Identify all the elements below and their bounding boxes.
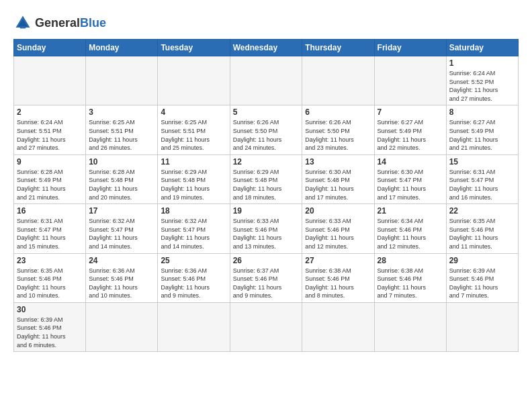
calendar-cell: 13Sunrise: 6:30 AM Sunset: 5:48 PM Dayli…	[302, 154, 374, 203]
day-info: Sunrise: 6:33 AM Sunset: 5:46 PM Dayligh…	[233, 217, 300, 250]
day-number: 6	[305, 107, 371, 117]
calendar-cell: 18Sunrise: 6:32 AM Sunset: 5:47 PM Dayli…	[158, 204, 230, 253]
calendar-cell: 30Sunrise: 6:39 AM Sunset: 5:46 PM Dayli…	[14, 302, 86, 351]
calendar-cell: 24Sunrise: 6:36 AM Sunset: 5:46 PM Dayli…	[86, 253, 158, 302]
day-number: 29	[449, 256, 515, 265]
calendar-cell: 7Sunrise: 6:27 AM Sunset: 5:49 PM Daylig…	[374, 105, 446, 154]
day-info: Sunrise: 6:26 AM Sunset: 5:50 PM Dayligh…	[233, 118, 300, 152]
calendar-cell: 11Sunrise: 6:29 AM Sunset: 5:48 PM Dayli…	[158, 154, 230, 203]
day-info: Sunrise: 6:34 AM Sunset: 5:46 PM Dayligh…	[378, 217, 443, 250]
page-header: GeneralBlue	[13, 13, 519, 32]
day-info: Sunrise: 6:30 AM Sunset: 5:48 PM Dayligh…	[305, 168, 371, 201]
calendar-cell: 28Sunrise: 6:38 AM Sunset: 5:46 PM Dayli…	[374, 253, 446, 302]
day-info: Sunrise: 6:38 AM Sunset: 5:46 PM Dayligh…	[305, 267, 371, 300]
day-number: 9	[17, 157, 83, 167]
day-number: 24	[89, 256, 154, 265]
day-info: Sunrise: 6:29 AM Sunset: 5:48 PM Dayligh…	[161, 168, 226, 201]
day-info: Sunrise: 6:29 AM Sunset: 5:48 PM Dayligh…	[233, 168, 300, 201]
weekday-header-sunday: Sunday	[14, 40, 86, 56]
day-info: Sunrise: 6:27 AM Sunset: 5:49 PM Dayligh…	[378, 118, 443, 152]
calendar-cell: 21Sunrise: 6:34 AM Sunset: 5:46 PM Dayli…	[374, 204, 446, 253]
day-info: Sunrise: 6:37 AM Sunset: 5:46 PM Dayligh…	[233, 267, 300, 300]
weekday-header-wednesday: Wednesday	[230, 40, 302, 56]
calendar-cell	[230, 56, 302, 105]
day-number: 23	[17, 256, 83, 265]
calendar-cell	[230, 302, 302, 351]
calendar-cell: 4Sunrise: 6:25 AM Sunset: 5:51 PM Daylig…	[158, 105, 230, 154]
calendar-cell	[86, 302, 158, 351]
day-number: 7	[378, 107, 443, 117]
day-info: Sunrise: 6:39 AM Sunset: 5:46 PM Dayligh…	[449, 267, 515, 300]
day-info: Sunrise: 6:28 AM Sunset: 5:49 PM Dayligh…	[17, 168, 83, 201]
day-info: Sunrise: 6:36 AM Sunset: 5:46 PM Dayligh…	[89, 267, 154, 300]
weekday-header-saturday: Saturday	[446, 40, 518, 56]
day-number: 21	[378, 206, 443, 216]
weekday-header-monday: Monday	[86, 40, 158, 56]
logo-text: GeneralBlue	[35, 16, 106, 30]
svg-rect-2	[20, 27, 26, 29]
calendar-cell: 19Sunrise: 6:33 AM Sunset: 5:46 PM Dayli…	[230, 204, 302, 253]
day-info: Sunrise: 6:32 AM Sunset: 5:47 PM Dayligh…	[89, 217, 154, 250]
day-info: Sunrise: 6:35 AM Sunset: 5:46 PM Dayligh…	[449, 217, 515, 250]
day-number: 17	[89, 206, 154, 216]
calendar-cell	[302, 302, 374, 351]
day-number: 25	[161, 256, 226, 265]
day-info: Sunrise: 6:24 AM Sunset: 5:51 PM Dayligh…	[17, 118, 83, 152]
day-number: 30	[17, 305, 83, 314]
day-number: 28	[378, 256, 443, 265]
day-number: 10	[89, 157, 154, 167]
day-info: Sunrise: 6:25 AM Sunset: 5:51 PM Dayligh…	[89, 118, 154, 152]
day-number: 5	[233, 107, 300, 117]
calendar-cell	[14, 56, 86, 105]
calendar-cell: 10Sunrise: 6:28 AM Sunset: 5:48 PM Dayli…	[86, 154, 158, 203]
day-info: Sunrise: 6:24 AM Sunset: 5:52 PM Dayligh…	[449, 69, 515, 103]
calendar-cell: 25Sunrise: 6:36 AM Sunset: 5:46 PM Dayli…	[158, 253, 230, 302]
calendar-cell: 8Sunrise: 6:27 AM Sunset: 5:49 PM Daylig…	[446, 105, 518, 154]
day-info: Sunrise: 6:35 AM Sunset: 5:46 PM Dayligh…	[17, 267, 83, 300]
day-number: 12	[233, 157, 300, 167]
calendar-cell: 23Sunrise: 6:35 AM Sunset: 5:46 PM Dayli…	[14, 253, 86, 302]
day-number: 1	[449, 58, 515, 68]
calendar-cell	[446, 302, 518, 351]
day-number: 22	[449, 206, 515, 216]
calendar-cell: 3Sunrise: 6:25 AM Sunset: 5:51 PM Daylig…	[86, 105, 158, 154]
day-info: Sunrise: 6:28 AM Sunset: 5:48 PM Dayligh…	[89, 168, 154, 201]
calendar-cell: 17Sunrise: 6:32 AM Sunset: 5:47 PM Dayli…	[86, 204, 158, 253]
calendar-cell: 6Sunrise: 6:26 AM Sunset: 5:50 PM Daylig…	[302, 105, 374, 154]
weekday-header-friday: Friday	[374, 40, 446, 56]
calendar-cell: 12Sunrise: 6:29 AM Sunset: 5:48 PM Dayli…	[230, 154, 302, 203]
calendar-cell: 22Sunrise: 6:35 AM Sunset: 5:46 PM Dayli…	[446, 204, 518, 253]
day-number: 20	[305, 206, 371, 216]
day-number: 15	[449, 157, 515, 167]
calendar-cell	[158, 56, 230, 105]
day-number: 13	[305, 157, 371, 167]
logo: GeneralBlue	[13, 13, 106, 32]
calendar-cell: 15Sunrise: 6:31 AM Sunset: 5:47 PM Dayli…	[446, 154, 518, 203]
day-info: Sunrise: 6:32 AM Sunset: 5:47 PM Dayligh…	[161, 217, 226, 250]
calendar-cell	[86, 56, 158, 105]
calendar-cell: 27Sunrise: 6:38 AM Sunset: 5:46 PM Dayli…	[302, 253, 374, 302]
calendar-cell: 2Sunrise: 6:24 AM Sunset: 5:51 PM Daylig…	[14, 105, 86, 154]
day-number: 4	[161, 107, 226, 117]
calendar-cell	[158, 302, 230, 351]
day-info: Sunrise: 6:25 AM Sunset: 5:51 PM Dayligh…	[161, 118, 226, 152]
day-number: 19	[233, 206, 300, 216]
calendar-cell: 29Sunrise: 6:39 AM Sunset: 5:46 PM Dayli…	[446, 253, 518, 302]
day-number: 26	[233, 256, 300, 265]
calendar-table: SundayMondayTuesdayWednesdayThursdayFrid…	[13, 39, 519, 352]
day-info: Sunrise: 6:31 AM Sunset: 5:47 PM Dayligh…	[449, 168, 515, 201]
day-number: 14	[378, 157, 443, 167]
calendar-cell: 20Sunrise: 6:33 AM Sunset: 5:46 PM Dayli…	[302, 204, 374, 253]
calendar-cell: 14Sunrise: 6:30 AM Sunset: 5:47 PM Dayli…	[374, 154, 446, 203]
day-number: 2	[17, 107, 83, 117]
day-info: Sunrise: 6:38 AM Sunset: 5:46 PM Dayligh…	[378, 267, 443, 300]
calendar-cell	[374, 56, 446, 105]
calendar-cell: 1Sunrise: 6:24 AM Sunset: 5:52 PM Daylig…	[446, 56, 518, 105]
day-number: 18	[161, 206, 226, 216]
calendar-cell	[302, 56, 374, 105]
weekday-header-thursday: Thursday	[302, 40, 374, 56]
day-info: Sunrise: 6:30 AM Sunset: 5:47 PM Dayligh…	[378, 168, 443, 201]
day-info: Sunrise: 6:36 AM Sunset: 5:46 PM Dayligh…	[161, 267, 226, 300]
day-number: 16	[17, 206, 83, 216]
calendar-cell: 26Sunrise: 6:37 AM Sunset: 5:46 PM Dayli…	[230, 253, 302, 302]
